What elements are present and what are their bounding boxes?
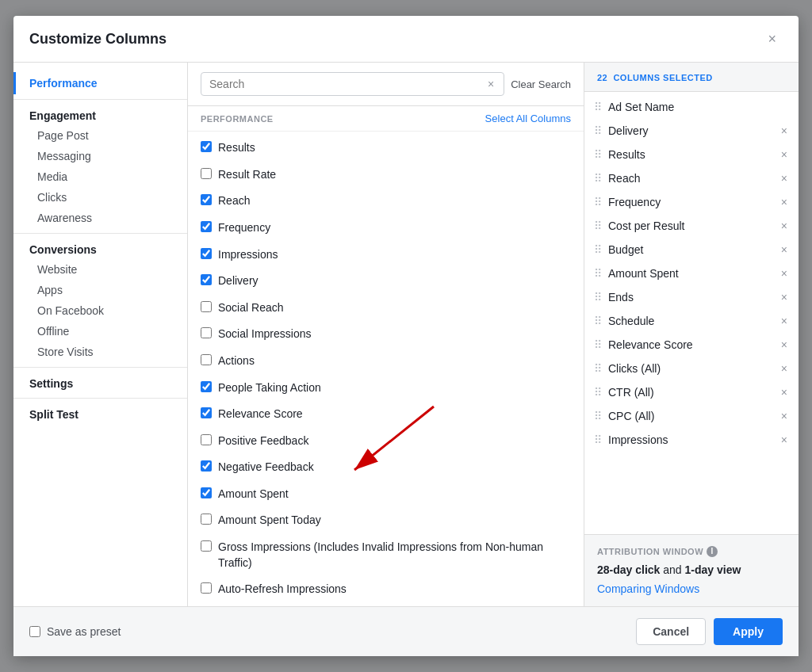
remove-cpc-all-button[interactable]: × [779, 410, 789, 422]
column-item-social-reach[interactable]: Social Reach [188, 295, 584, 322]
sidebar-item-media[interactable]: Media [13, 166, 187, 187]
sidebar-item-clicks[interactable]: Clicks [13, 187, 187, 208]
sidebar-item-performance[interactable]: Performance [13, 72, 187, 94]
column-item-negative-feedback[interactable]: Negative Feedback [188, 454, 584, 481]
column-item-amount-spent[interactable]: Amount Spent [188, 481, 584, 508]
drag-handle-budget[interactable]: ⠿ [594, 243, 602, 256]
sidebar-item-on-facebook[interactable]: On Facebook [13, 300, 187, 321]
sidebar-section-engagement: Engagement [13, 99, 187, 125]
remove-budget-button[interactable]: × [779, 244, 789, 255]
checkbox-negative-feedback[interactable] [201, 460, 212, 472]
drag-handle-clicks-all[interactable]: ⠿ [594, 362, 602, 375]
info-icon[interactable]: i [707, 546, 718, 557]
selected-item-schedule: ⠿ Schedule × [584, 309, 799, 333]
drag-handle-relevance-score[interactable]: ⠿ [594, 338, 602, 351]
search-clear-button[interactable]: × [486, 78, 496, 90]
apply-button[interactable]: Apply [714, 618, 783, 645]
checkbox-auto-refresh[interactable] [201, 582, 212, 594]
remove-results-button[interactable]: × [779, 149, 789, 160]
search-input[interactable] [209, 78, 486, 90]
drag-handle-schedule[interactable]: ⠿ [594, 315, 602, 327]
sidebar-item-offline[interactable]: Offline [13, 321, 187, 342]
column-item-reach[interactable]: Reach [188, 188, 584, 215]
drag-handle-frequency[interactable]: ⠿ [594, 196, 602, 208]
selected-label-clicks-all: Clicks (All) [608, 362, 773, 375]
column-item-gross-impressions[interactable]: Gross Impressions (Includes Invalid Impr… [188, 534, 584, 576]
drag-handle-delivery[interactable]: ⠿ [594, 124, 602, 137]
remove-amount-spent-button[interactable]: × [779, 268, 789, 279]
drag-handle-results[interactable]: ⠿ [594, 148, 602, 161]
column-item-result-rate[interactable]: Result Rate [188, 162, 584, 189]
checkbox-people-taking-action[interactable] [201, 381, 212, 392]
column-item-actions[interactable]: Actions [188, 348, 584, 375]
drag-handle-cost-per-result[interactable]: ⠿ [594, 220, 602, 232]
checkbox-positive-feedback[interactable] [201, 434, 212, 445]
drag-handle-ctr-all[interactable]: ⠿ [594, 386, 602, 399]
search-input-wrap: × [201, 72, 504, 96]
save-preset-checkbox[interactable] [29, 626, 40, 637]
column-item-social-impressions[interactable]: Social Impressions [188, 321, 584, 348]
column-label-amount-spent: Amount Spent [218, 487, 289, 502]
column-item-amount-spent-today[interactable]: Amount Spent Today [188, 507, 584, 534]
checkbox-result-rate[interactable] [201, 168, 212, 179]
sidebar-item-website[interactable]: Website [13, 259, 187, 280]
column-item-relevance-score[interactable]: Relevance Score [188, 401, 584, 428]
checkbox-impressions[interactable] [201, 248, 212, 259]
drag-handle-amount-spent[interactable]: ⠿ [594, 267, 602, 280]
sidebar-item-page-post[interactable]: Page Post [13, 125, 187, 146]
selected-item-cpc-all: ⠿ CPC (All) × [584, 404, 799, 428]
column-item-frequency[interactable]: Frequency [188, 215, 584, 242]
selected-count-number: 22 [597, 73, 607, 82]
column-item-delivery[interactable]: Delivery [188, 268, 584, 295]
remove-ctr-all-button[interactable]: × [779, 387, 789, 398]
sidebar-item-messaging[interactable]: Messaging [13, 146, 187, 166]
close-button[interactable]: × [761, 29, 783, 49]
remove-reach-button[interactable]: × [779, 173, 789, 184]
checkbox-gross-impressions[interactable] [201, 540, 212, 552]
column-label-gross-impressions: Gross Impressions (Includes Invalid Impr… [218, 540, 571, 571]
sidebar-item-apps[interactable]: Apps [13, 280, 187, 300]
drag-handle-ad-set-name[interactable]: ⠿ [594, 101, 602, 113]
checkbox-frequency[interactable] [201, 221, 212, 232]
drag-handle-ends[interactable]: ⠿ [594, 291, 602, 304]
drag-handle-cpc-all[interactable]: ⠿ [594, 410, 602, 422]
checkbox-social-impressions[interactable] [201, 327, 212, 338]
checkbox-results[interactable] [201, 141, 212, 152]
sidebar-item-awareness[interactable]: Awareness [13, 208, 187, 228]
selected-item-ends: ⠿ Ends × [584, 285, 799, 309]
drag-handle-impressions[interactable]: ⠿ [594, 433, 602, 446]
remove-relevance-score-button[interactable]: × [779, 339, 789, 350]
remove-ends-button[interactable]: × [779, 292, 789, 303]
column-label-amount-spent-today: Amount Spent Today [218, 513, 321, 529]
column-item-impressions[interactable]: Impressions [188, 242, 584, 269]
selected-count-label: 22 COLUMNS SELECTED [597, 73, 713, 82]
selected-label-schedule: Schedule [608, 315, 773, 327]
drag-handle-reach[interactable]: ⠿ [594, 172, 602, 185]
comparing-windows-link[interactable]: Comparing Windows [597, 582, 699, 595]
checkbox-actions[interactable] [201, 354, 212, 365]
checkbox-relevance-score[interactable] [201, 407, 212, 418]
sidebar: Performance Engagement Page Post Messagi… [13, 63, 188, 606]
column-item-people-taking-action[interactable]: People Taking Action [188, 375, 584, 402]
remove-cost-per-result-button[interactable]: × [779, 220, 789, 231]
remove-frequency-button[interactable]: × [779, 197, 789, 208]
checkbox-reach[interactable] [201, 194, 212, 205]
checkbox-delivery[interactable] [201, 274, 212, 285]
column-item-positive-feedback[interactable]: Positive Feedback [188, 428, 584, 455]
sidebar-item-store-visits[interactable]: Store Visits [13, 342, 187, 362]
checkbox-amount-spent[interactable] [201, 487, 212, 498]
select-all-button[interactable]: Select All Columns [485, 113, 571, 124]
checkbox-amount-spent-today[interactable] [201, 514, 212, 525]
column-label-auto-refresh: Auto-Refresh Impressions [218, 582, 347, 598]
clear-search-button[interactable]: Clear Search [511, 78, 571, 90]
remove-clicks-all-button[interactable]: × [779, 363, 789, 374]
selected-item-results: ⠿ Results × [584, 143, 799, 166]
attribution-header-label: ATTRIBUTION WINDOW [597, 547, 703, 556]
checkbox-social-reach[interactable] [201, 301, 212, 312]
remove-impressions-button[interactable]: × [779, 434, 789, 445]
cancel-button[interactable]: Cancel [636, 618, 706, 645]
remove-schedule-button[interactable]: × [779, 315, 789, 326]
column-item-auto-refresh[interactable]: Auto-Refresh Impressions [188, 576, 584, 603]
remove-delivery-button[interactable]: × [779, 125, 789, 136]
column-item-results[interactable]: Results [188, 135, 584, 162]
